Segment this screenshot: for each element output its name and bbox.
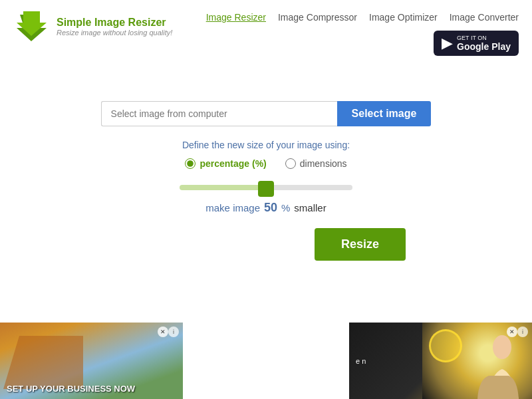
ad-circle-accent [429,329,462,362]
google-play-icon: ▶ [442,35,453,52]
ad-right-text: e n [349,350,422,372]
radio-row: percentage (%) dimensions [185,158,346,169]
logo-text-area: Simple Image Resizer Resize image withou… [57,17,172,37]
radio-dimensions[interactable] [285,158,296,169]
nav-image-converter[interactable]: Image Converter [450,12,519,23]
logo-subtitle: Resize image without losing quality! [57,29,172,37]
ads-row: SET UP YOUR BUSINESS NOW i ✕ e n [0,323,532,399]
make-image-label: make image [205,202,260,213]
file-input-row: Select image [101,101,432,126]
radio-percentage[interactable] [185,158,196,169]
ad-right: e n i ✕ [349,323,532,399]
nav-image-resizer[interactable]: Image Resizer [206,12,266,23]
ad-right-content: e n [349,323,532,399]
google-play-text: GET IT ON Google Play [457,35,511,52]
slider-value-display: 50 [264,201,277,215]
resize-button[interactable]: Resize [315,228,406,261]
google-play-badge[interactable]: ▶ GET IT ON Google Play [434,31,519,56]
ad-left-info[interactable]: i [168,327,179,337]
slider-thumb[interactable] [258,181,274,197]
ad-left: SET UP YOUR BUSINESS NOW i ✕ [0,323,183,399]
header: Simple Image Resizer Resize image withou… [0,0,532,61]
svg-point-2 [493,335,511,359]
select-image-button[interactable]: Select image [337,101,432,126]
logo-area: Simple Image Resizer Resize image withou… [13,8,172,45]
logo-title: Simple Image Resizer [57,17,172,29]
ad-right-info[interactable]: i [517,327,528,337]
smaller-label: smaller [294,202,326,213]
person-silhouette-icon [466,332,525,399]
resize-btn-container: Resize [47,228,485,274]
logo-icon [13,8,50,45]
percent-label-row: make image 50 % smaller [205,201,326,215]
slider-container [180,181,352,194]
ad-left-close[interactable]: ✕ [158,327,168,337]
radio-dimensions-label[interactable]: dimensions [285,158,347,169]
nav-image-optimizer[interactable]: Image Optimizer [369,12,438,23]
ad-left-text: SET UP YOUR BUSINESS NOW [7,384,135,394]
radio-percentage-label[interactable]: percentage (%) [185,158,266,169]
define-text: Define the new size of your image using: [182,140,350,150]
nav-image-compressor[interactable]: Image Compressor [278,12,357,23]
percent-sign: % [281,202,290,213]
nav: Image Resizer Image Compressor Image Opt… [206,8,519,23]
ad-right-close[interactable]: ✕ [507,327,517,337]
slider-row [180,181,352,194]
main-content: Select image Define the new size of your… [0,61,532,274]
file-text-input[interactable] [101,101,337,126]
slider-track [180,185,352,190]
